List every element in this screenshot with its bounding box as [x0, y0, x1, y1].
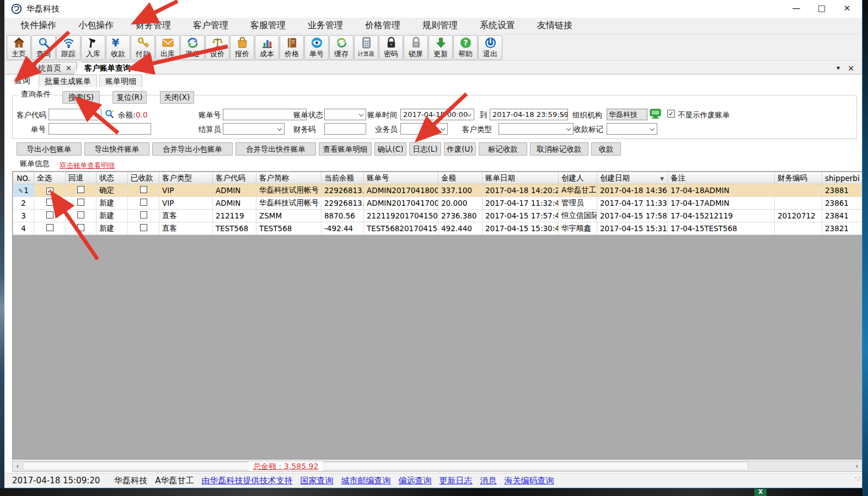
- bill-time-from-select[interactable]: 2017-04-15 00:00: [400, 109, 474, 120]
- resize-grip[interactable]: [855, 477, 860, 482]
- link-customs-code-query[interactable]: 海关编码查询: [505, 476, 554, 486]
- col-bill-date[interactable]: 账单日期: [483, 172, 559, 184]
- view-bill-detail-button[interactable]: 查看账单明细: [319, 142, 372, 156]
- col-current-balance[interactable]: 当前余额: [322, 172, 364, 184]
- merge-export-parcel-button[interactable]: 合并导出小包账单: [152, 142, 233, 156]
- back-checkbox[interactable]: [77, 186, 84, 193]
- settler-select[interactable]: [223, 123, 285, 135]
- link-messages[interactable]: 消息: [480, 476, 497, 486]
- org-input[interactable]: 华磊科技: [607, 109, 647, 120]
- mark-received-button[interactable]: 标记收款: [479, 142, 527, 156]
- col-shipper[interactable]: shipperbi: [822, 172, 863, 184]
- table-row[interactable]: 3新建直客212119ZSMM8870.56212119201704150012…: [13, 210, 863, 222]
- toolbar-inbound[interactable]: 入库: [81, 35, 105, 60]
- selected-checkbox[interactable]: [46, 224, 53, 231]
- menu-system[interactable]: 系统设置: [473, 18, 522, 33]
- table-row[interactable]: ✎1✓确定VIPADMIN华磊科技试用帐号22926813....ADMIN20…: [13, 184, 863, 197]
- back-checkbox[interactable]: [77, 224, 84, 231]
- scrollbar-thumb[interactable]: [23, 462, 748, 471]
- received-checkbox[interactable]: [140, 199, 147, 206]
- col-bill-no[interactable]: 账单号: [364, 172, 438, 184]
- received-checkbox[interactable]: [140, 186, 147, 193]
- toolbar-search[interactable]: 查询: [31, 35, 56, 60]
- toolbar-outbound[interactable]: 出库: [156, 35, 180, 60]
- menu-links[interactable]: 友情链接: [531, 18, 579, 33]
- merge-export-express-button[interactable]: 合并导出快件账单: [235, 142, 316, 156]
- salesman-select[interactable]: [400, 123, 448, 135]
- back-checkbox[interactable]: [77, 199, 84, 206]
- menu-business[interactable]: 业务管理: [301, 18, 350, 33]
- toolbar-lock-screen[interactable]: 锁屏: [404, 35, 428, 60]
- toolbar-quote[interactable]: 报价: [230, 35, 254, 60]
- log-button[interactable]: 日志(L): [409, 142, 441, 156]
- toolbar-exit[interactable]: 退出: [478, 35, 502, 60]
- toolbar-pay[interactable]: 付款: [131, 35, 155, 60]
- tab-system-home[interactable]: 系统首页 ✕: [20, 62, 77, 74]
- col-customer-type[interactable]: 客户类型: [159, 172, 213, 184]
- selected-checkbox[interactable]: ✓: [46, 188, 53, 195]
- tab-customer-bill-query[interactable]: 客户账单查询 ✕: [74, 62, 146, 74]
- col-creator[interactable]: 创建人: [559, 172, 597, 184]
- col-rollback[interactable]: 回退: [66, 172, 97, 184]
- subtab-bill-detail[interactable]: 账单明细: [99, 74, 142, 87]
- col-customer-name[interactable]: 客户简称: [256, 172, 322, 184]
- tracking-no-input[interactable]: [49, 123, 151, 135]
- toolbar-home[interactable]: 主页: [7, 35, 31, 60]
- toolbar-cache[interactable]: 缓存: [329, 35, 353, 60]
- close-query-button[interactable]: 关闭(X): [160, 91, 194, 104]
- menu-customer[interactable]: 客户管理: [186, 18, 235, 33]
- toolbar-cost[interactable]: 成本: [255, 35, 279, 60]
- col-remark[interactable]: 备注: [668, 172, 775, 184]
- subtab-batch-generate[interactable]: 批量生成账单: [39, 74, 97, 87]
- subtab-query[interactable]: 查询: [9, 74, 36, 87]
- hide-void-checkbox[interactable]: [667, 110, 675, 118]
- toolbar-track[interactable]: 跟踪: [56, 35, 81, 60]
- table-row[interactable]: 4新建直客TEST568TEST568-492.44TEST5682017041…: [13, 222, 863, 235]
- toolbar-update[interactable]: 更新: [428, 35, 453, 60]
- bill-status-select[interactable]: [324, 109, 366, 120]
- col-amount[interactable]: 金额: [438, 172, 483, 184]
- bill-time-to-select[interactable]: 2017-04-18 23:59:59: [490, 109, 568, 120]
- search-button[interactable]: 搜索(S): [62, 91, 100, 104]
- tab-close-icon[interactable]: ✕: [135, 65, 141, 73]
- scroll-left-icon[interactable]: ‹: [13, 461, 23, 471]
- taskbar-excel-icon[interactable]: X: [754, 489, 767, 496]
- link-remote-area-query[interactable]: 偏远查询: [399, 476, 432, 486]
- selected-checkbox[interactable]: [46, 199, 53, 206]
- receive-payment-button[interactable]: 收款: [591, 142, 621, 156]
- export-express-bills-button[interactable]: 导出快件账单: [84, 142, 149, 156]
- reset-button[interactable]: 复位(R): [112, 91, 147, 104]
- col-select-all[interactable]: 全选: [34, 172, 66, 184]
- menu-rules[interactable]: 规则管理: [416, 18, 464, 33]
- finance-code-input[interactable]: [324, 123, 366, 135]
- link-tech-support[interactable]: 由华磊科技提供技术支持: [202, 476, 293, 486]
- org-picker-icon[interactable]: [649, 108, 662, 120]
- receipt-mark-select[interactable]: [607, 123, 657, 135]
- received-checkbox[interactable]: [140, 211, 147, 218]
- minimize-button[interactable]: —: [784, 0, 809, 17]
- tab-list-dropdown-icon[interactable]: ▾: [837, 64, 840, 72]
- toolbar-help[interactable]: ?帮助: [453, 35, 478, 60]
- tab-close-icon[interactable]: ✕: [66, 64, 72, 72]
- maximize-button[interactable]: □: [809, 0, 834, 17]
- toolbar-price[interactable]: 价格: [280, 35, 304, 60]
- menu-service[interactable]: 客服管理: [244, 18, 292, 33]
- toolbar-receive-payment[interactable]: ¥收款: [106, 35, 130, 60]
- received-checkbox[interactable]: [140, 224, 147, 231]
- customer-type-select[interactable]: [499, 123, 574, 135]
- toolbar-set-price[interactable]: 设价: [205, 35, 229, 60]
- horizontal-scrollbar[interactable]: ‹ › 总金额：3,585.92: [12, 461, 862, 472]
- toolbar-tracking-no[interactable]: 单号: [304, 35, 329, 60]
- menu-express-ops[interactable]: 快件操作: [14, 18, 63, 33]
- confirm-button[interactable]: 确认(C): [374, 142, 406, 156]
- col-customer-code[interactable]: 客户代码: [213, 172, 256, 184]
- col-finance-code[interactable]: 财务编码: [775, 172, 822, 184]
- selected-checkbox[interactable]: [46, 211, 53, 218]
- table-row[interactable]: 2新建VIPADMIN华磊科技试用帐号22926813....ADMIN2017…: [13, 197, 863, 210]
- toolbar-password[interactable]: 密码: [379, 35, 403, 60]
- menu-parcel-ops[interactable]: 小包操作: [72, 18, 120, 33]
- toolbar-calculator[interactable]: 计算器: [354, 35, 378, 60]
- link-city-zip-query[interactable]: 城市邮编查询: [341, 476, 391, 486]
- col-create-date[interactable]: 创建日期▼: [597, 172, 668, 184]
- export-parcel-bills-button[interactable]: 导出小包账单: [17, 142, 82, 156]
